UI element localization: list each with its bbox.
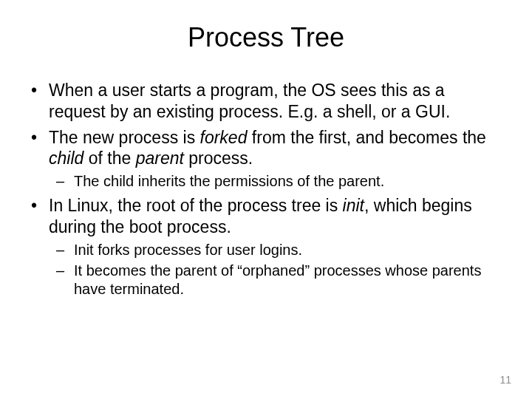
bullet-item: In Linux, the root of the process tree i…	[49, 195, 502, 299]
bullet-text: In Linux, the root of the process tree i…	[49, 196, 343, 215]
slide-body: When a user starts a program, the OS see…	[30, 80, 502, 299]
bullet-text-italic: forked	[200, 128, 248, 147]
bullet-list: When a user starts a program, the OS see…	[30, 80, 502, 299]
slide-title: Process Tree	[30, 22, 502, 53]
bullet-text: of the	[83, 149, 135, 168]
bullet-item: When a user starts a program, the OS see…	[49, 80, 502, 123]
sub-bullet-list: Init forks processes for user logins. It…	[49, 241, 502, 299]
slide: Process Tree When a user starts a progra…	[0, 0, 532, 399]
sub-bullet-list: The child inherits the permissions of th…	[49, 172, 502, 191]
page-number: 11	[499, 374, 511, 386]
sub-bullet-text: The child inherits the permissions of th…	[74, 173, 384, 189]
sub-bullet-item: It becomes the parent of “orphaned” proc…	[74, 262, 502, 299]
bullet-item: The new process is forked from the first…	[49, 127, 502, 191]
bullet-text: The new process is	[49, 128, 200, 147]
bullet-text: from the first, and becomes the	[247, 128, 485, 147]
sub-bullet-text: Init forks processes for user logins.	[74, 242, 302, 258]
sub-bullet-item: Init forks processes for user logins.	[74, 241, 502, 259]
bullet-text-italic: child	[49, 149, 83, 168]
bullet-text: When a user starts a program, the OS see…	[49, 81, 450, 121]
sub-bullet-text: It becomes the parent of “orphaned” proc…	[74, 262, 481, 297]
bullet-text-italic: init	[343, 196, 364, 215]
sub-bullet-item: The child inherits the permissions of th…	[74, 172, 502, 191]
bullet-text-italic: parent	[136, 149, 184, 168]
bullet-text: process.	[184, 149, 253, 168]
